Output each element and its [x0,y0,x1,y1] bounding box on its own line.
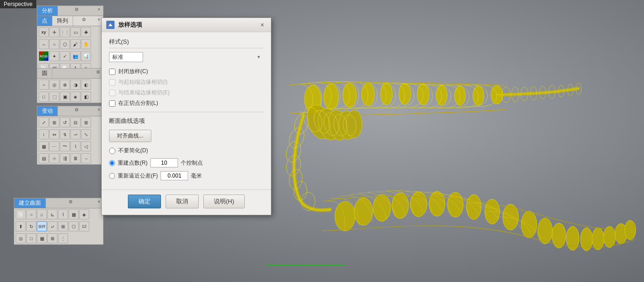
circle-tool-6[interactable]: □ [39,92,49,102]
analysis-settings-icon[interactable]: ⚙ [72,6,81,16]
t-deform[interactable]: ⌇ [70,141,80,151]
s-extrude[interactable]: ⬆ [16,221,26,231]
t-bend[interactable]: ⤻ [70,129,80,139]
tool-users[interactable]: 👥 [70,51,80,61]
s-num[interactable]: 12 [79,221,89,231]
no-simplify-radio[interactable] [109,148,115,154]
tab-point[interactable]: 点 [37,16,52,26]
tab-array[interactable]: 阵列 [52,16,73,26]
s-edge[interactable]: ⬜ [16,209,26,219]
align-curves-button[interactable]: 对齐曲线... [109,130,151,142]
dialog-titlebar[interactable]: 放样选项 × [102,18,271,32]
circle-tool-3[interactable]: ⊕ [60,80,70,90]
circle-tool-9[interactable]: ◈ [70,92,80,102]
t-project[interactable]: ▤ [39,153,49,163]
tangent-end-checkbox[interactable] [109,90,115,96]
checkbox-close-loft: 封闭放样(C) [109,68,264,75]
tool-points[interactable]: ⋮⋮ [60,27,70,37]
tolerance-value-input[interactable]: 0.001 [161,171,188,180]
t-cage[interactable]: ▦ [39,141,49,151]
subtab-settings[interactable]: ⚙ [79,16,89,26]
s-rail[interactable]: ⊾ [47,209,58,219]
surface-row-3: ◎ □ ▦ ⊞ ⋮ [14,232,103,244]
tool-rgb[interactable]: RGB [39,51,49,61]
t-group[interactable]: ⊟ [70,117,80,127]
radio-refit-tolerance: 重新逼近公差(F) 0.001 毫米 [109,171,264,180]
t-taper[interactable]: ◁ [81,141,91,151]
circle-tool-1[interactable]: ○ [39,80,49,90]
t-distribute[interactable]: ≣ [70,153,80,163]
refit-tolerance-radio[interactable] [109,173,115,179]
analysis-close-icon[interactable]: × [95,6,103,16]
t-copy[interactable]: ⊞ [49,117,59,127]
t-flow[interactable]: 〜 [60,141,70,151]
cancel-button[interactable]: 取消 [166,195,199,208]
tool-xy[interactable]: xy [39,27,49,37]
tool-polygon[interactable]: ⬡ [60,39,70,49]
tool-box[interactable]: ▭ [70,27,80,37]
s-circle[interactable]: ○ [26,209,36,219]
s-pipe[interactable]: ◎ [16,233,26,243]
tool-cursor[interactable]: ✛ [49,27,59,37]
circle-tool-4[interactable]: ◑ [70,80,80,90]
tool-check[interactable]: ✓ [60,51,70,61]
circle-toolbar-1: ○ ◎ ⊕ ◑ ◐ [37,79,103,91]
t-scale[interactable]: ↕ [39,129,49,139]
t-dots[interactable]: ⋯ [49,141,59,151]
s-mesh[interactable]: ▦ [69,209,79,219]
tool-paint[interactable]: 🖌 [70,39,80,49]
rebuild-points-radio[interactable] [109,160,115,166]
circle-tool-8[interactable]: ▣ [60,92,70,102]
s-sweep[interactable]: ⤾ [47,221,58,231]
svg-point-28 [392,193,408,219]
circle-tool-2[interactable]: ◎ [49,80,59,90]
tab-surface[interactable]: 建立曲面 [14,198,46,208]
split-tangent-checkbox[interactable] [109,100,115,107]
t-twist[interactable]: ↯ [60,129,70,139]
tool-star[interactable]: ✦ [49,51,59,61]
checkbox-tangent-start: 与起始端边缘相切(I) [109,78,264,86]
t-arrow[interactable]: → [81,153,91,163]
s-cage2[interactable]: ▦ [37,233,47,243]
s-loft[interactable]: 放样 [37,221,47,231]
s-patch[interactable]: ⬡ [69,221,79,231]
tool-move[interactable]: ↔ [39,39,49,49]
tolerance-unit-label: 毫米 [191,172,202,180]
t-align[interactable]: ⇶ [60,153,70,163]
circle-tool-10[interactable]: ◧ [81,92,91,102]
s-flat[interactable]: □ [26,233,36,243]
tab-circle[interactable]: 圆 [37,69,52,78]
tool-lasso[interactable]: ○ [49,39,59,49]
close-loft-checkbox[interactable] [109,69,115,75]
help-button[interactable]: 说明(H) [203,195,245,208]
s-revolve[interactable]: ↻ [26,221,36,231]
t-stretch[interactable]: ⤡ [81,129,91,139]
ok-button[interactable]: 确定 [128,195,161,208]
tangent-start-checkbox[interactable] [109,79,115,86]
rebuild-count-input[interactable]: 10 [150,158,178,167]
svg-point-43 [625,220,636,240]
tool-graph[interactable]: 📊 [81,51,91,61]
surface-settings[interactable]: ⚙ [66,198,75,208]
s-grid[interactable]: ⊞ [47,233,58,243]
s-trim[interactable]: ⌂ [37,209,47,219]
t-mirror[interactable]: ⇔ [49,129,59,139]
t-rotate[interactable]: ↺ [60,117,70,127]
tool-grab[interactable]: ✋ [81,39,91,49]
s-network[interactable]: ⊞ [58,221,68,231]
t-move[interactable]: ⤢ [39,117,49,127]
style-select-row: 标准 松散 紧密 直线段 均匀 不变形伸展 [109,52,264,62]
tab-transform[interactable]: 变动 [37,106,58,116]
style-dropdown[interactable]: 标准 松散 紧密 直线段 均匀 不变形伸展 [109,52,143,62]
t-array[interactable]: ⊞ [81,117,91,127]
s-blend[interactable]: ⌇ [58,209,68,219]
circle-tool-7[interactable]: ⬚ [49,92,59,102]
s-nurb[interactable]: ◈ [79,209,89,219]
tab-analysis[interactable]: 分析 [37,6,58,16]
s-more[interactable]: ⋮ [58,233,68,243]
circle-tool-5[interactable]: ◐ [81,80,91,90]
dialog-close-button[interactable]: × [258,21,266,29]
t-orient[interactable]: ⊹ [49,153,59,163]
transform-settings[interactable]: ⚙ [72,106,81,116]
tool-cross[interactable]: ✚ [81,27,91,37]
